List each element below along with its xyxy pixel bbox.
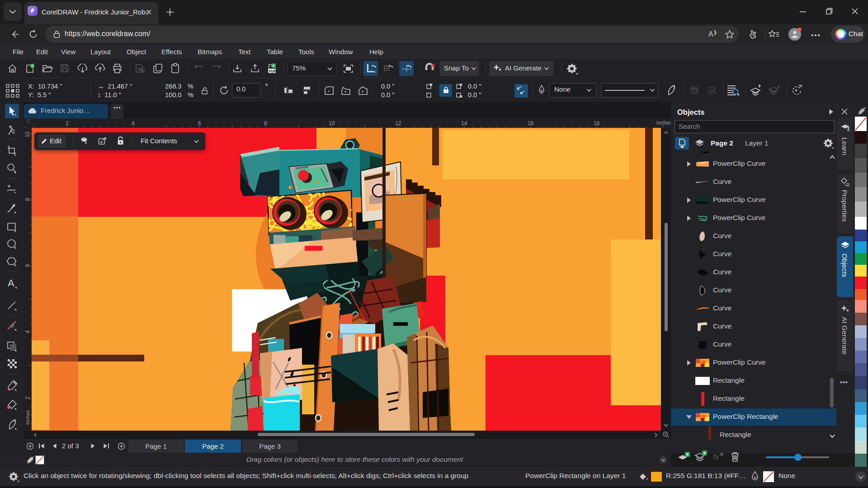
svg-text:2: 2 (66, 120, 69, 127)
svg-text:4: 4 (24, 330, 31, 333)
svg-text:10: 10 (24, 131, 31, 138)
svg-text:6: 6 (24, 264, 31, 267)
svg-text:2: 2 (24, 396, 31, 399)
svg-text:18: 18 (594, 120, 600, 127)
svg-text:8: 8 (264, 120, 267, 127)
svg-text:4: 4 (132, 120, 135, 127)
svg-text:10: 10 (329, 120, 335, 127)
svg-text:8: 8 (24, 198, 31, 201)
svg-text:inches: inches (25, 410, 30, 425)
svg-text:14: 14 (461, 120, 467, 127)
svg-text:PDF: PDF (269, 69, 276, 73)
svg-text:16: 16 (528, 120, 534, 127)
svg-text:12: 12 (395, 120, 401, 127)
svg-text:A: A (8, 277, 14, 289)
svg-text:fx: fx (713, 453, 719, 461)
svg-text:6: 6 (198, 120, 201, 127)
